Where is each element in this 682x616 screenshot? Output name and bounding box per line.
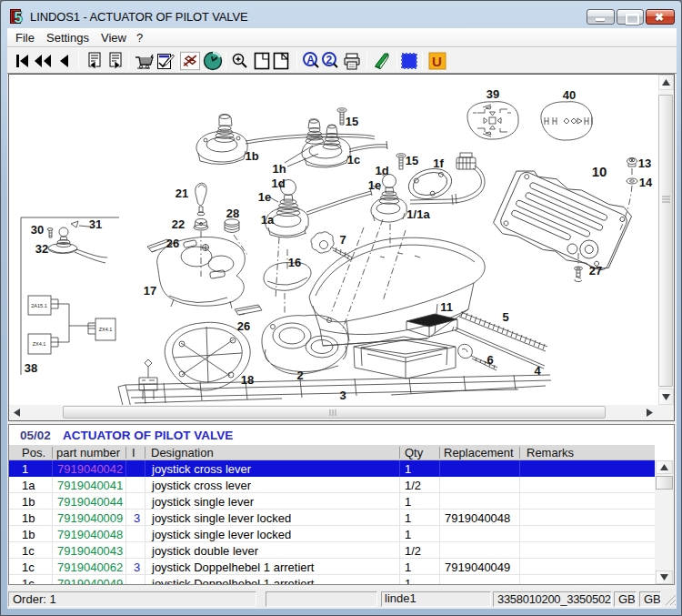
svg-text:27: 27 [589, 264, 602, 278]
svg-text:1f: 1f [433, 157, 444, 170]
svg-text:1h: 1h [272, 162, 286, 176]
svg-text:7: 7 [339, 233, 346, 247]
svg-text:2A15.1: 2A15.1 [31, 303, 46, 308]
svg-text:6: 6 [486, 353, 493, 367]
svg-text:5: 5 [502, 310, 508, 324]
svg-text:1d: 1d [271, 177, 285, 190]
svg-text:15: 15 [346, 115, 358, 128]
svg-text:16: 16 [288, 256, 301, 269]
svg-text:32: 32 [35, 242, 48, 256]
svg-text:2: 2 [326, 54, 333, 66]
svg-text:U: U [432, 54, 442, 69]
svg-text:14: 14 [639, 176, 653, 189]
svg-text:1d: 1d [375, 164, 388, 177]
svg-text:26: 26 [237, 319, 250, 333]
svg-text:21: 21 [176, 187, 188, 200]
svg-text:1/1a: 1/1a [406, 207, 430, 221]
svg-text:1a: 1a [261, 213, 275, 227]
svg-text:ZX4.1: ZX4.1 [33, 341, 46, 347]
svg-text:15: 15 [406, 154, 418, 167]
svg-text:1b: 1b [245, 149, 258, 163]
svg-text:1c: 1c [347, 153, 360, 167]
svg-text:30: 30 [31, 223, 44, 237]
svg-text:10: 10 [592, 164, 607, 179]
svg-text:38: 38 [25, 361, 37, 375]
svg-text:39: 39 [486, 87, 499, 101]
svg-text:3: 3 [339, 389, 346, 402]
svg-text:4: 4 [534, 364, 541, 378]
svg-text:13: 13 [638, 157, 651, 170]
svg-text:40: 40 [563, 88, 576, 102]
svg-text:26: 26 [166, 237, 179, 250]
svg-text:22: 22 [172, 217, 185, 231]
svg-text:2: 2 [296, 369, 303, 382]
svg-text:ZX4.1: ZX4.1 [99, 327, 113, 332]
svg-text:18: 18 [241, 373, 254, 387]
svg-text:1e: 1e [258, 190, 271, 204]
svg-text:A: A [306, 54, 315, 66]
svg-text:28: 28 [226, 207, 239, 220]
svg-text:1e: 1e [368, 178, 381, 192]
svg-text:11: 11 [440, 300, 453, 314]
svg-text:31: 31 [89, 217, 102, 231]
svg-text:5: 5 [15, 10, 23, 25]
svg-text:17: 17 [144, 284, 156, 298]
